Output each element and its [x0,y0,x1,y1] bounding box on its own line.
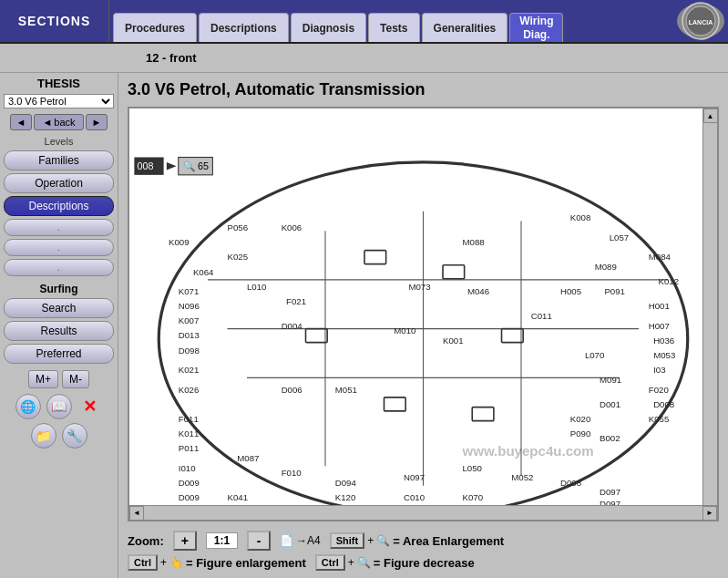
levels-label: Levels [4,136,114,147]
families-btn[interactable]: Families [4,150,114,170]
dot-btn-1[interactable]: . [4,219,114,236]
svg-text:H036: H036 [653,335,674,346]
tab-diagnosis[interactable]: Diagnosis [291,13,366,42]
descriptions-btn[interactable]: Descriptions [4,196,114,216]
lancia-logo: LANCIA [677,4,724,38]
svg-text:K064: K064 [193,267,214,277]
zoom-plus-btn[interactable]: + [173,531,197,551]
a4-control: 📄 →A4 [280,534,321,547]
svg-text:K071: K071 [179,286,200,296]
book-icon-btn[interactable]: 📖 [46,394,72,419]
svg-text:I010: I010 [179,463,196,473]
svg-text:M073: M073 [408,282,430,292]
svg-text:F021: F021 [286,296,306,306]
globe-icon-btn[interactable]: 🌐 [15,394,41,419]
svg-text:H007: H007 [649,321,670,331]
svg-text:F010: F010 [282,468,302,478]
zoom-minus-btn[interactable]: - [247,531,271,551]
svg-text:M084: M084 [649,252,672,262]
close-icon-btn[interactable]: ✕ [77,394,103,419]
svg-text:D013: D013 [179,330,200,340]
svg-text:N096: N096 [179,301,200,311]
svg-text:D001: D001 [600,399,620,409]
svg-text:D094: D094 [335,478,357,488]
svg-text:N097: N097 [404,472,425,482]
scroll-left-btn[interactable]: ◄ [129,506,144,521]
search-btn[interactable]: Search [4,298,114,318]
svg-rect-13 [502,329,524,343]
icon-row2: 📁 🔧 [4,423,114,449]
ctrl-combo-decrease: Ctrl + 🔍 = Figure decrease [315,554,475,571]
svg-text:M091: M091 [600,375,621,385]
diagram-container: K009 P056 K006 K008 L057 M084 K064 K025 … [128,107,719,521]
page-icon: 📄 [280,534,293,547]
svg-text:K021: K021 [179,365,200,375]
vehicle-select[interactable]: 3.0 V6 Petrol [4,94,114,108]
magnify-icon: 🔍 [376,534,390,547]
dot-btn-3[interactable]: . [4,259,114,276]
plus-sign-2: + [160,556,167,569]
scroll-right-btn[interactable]: ► [702,506,717,521]
mem-plus-btn[interactable]: M+ [28,370,58,388]
mem-minus-btn[interactable]: M- [62,370,89,388]
prev-btn[interactable]: ◄ [10,114,33,130]
preferred-btn[interactable]: Preferred [4,344,114,364]
shift-key: Shift [330,532,364,549]
folder-icon-btn[interactable]: 📁 [31,423,56,449]
main-layout: THESIS 3.0 V6 Petrol ◄ ◄back ► Levels Fa… [0,73,728,578]
shift-combo: Shift + 🔍 = Area Enlargement [330,532,504,549]
svg-text:C010: C010 [404,492,425,502]
svg-text:H001: H001 [649,301,670,311]
figure-decrease-label: = Figure decrease [374,556,475,570]
wiring-diagram: K009 P056 K006 K008 L057 M084 K064 K025 … [129,108,717,520]
svg-text:D006: D006 [282,385,302,395]
svg-text:K070: K070 [463,492,484,502]
tab-generalities[interactable]: Generalities [422,13,508,42]
svg-text:L070: L070 [585,350,604,360]
svg-text:M046: M046 [467,286,489,296]
svg-text:L010: L010 [247,282,266,292]
tab-wiring[interactable]: WiringDiag. [509,13,563,42]
next-btn[interactable]: ► [86,114,108,130]
scroll-up-btn[interactable]: ▲ [703,108,718,123]
tool-icon-btn[interactable]: 🔧 [62,423,87,449]
zoom-label: Zoom: [128,534,164,548]
plus-sign-3: + [348,556,354,569]
svg-text:🔍 65: 🔍 65 [183,160,209,172]
horizontal-scrollbar[interactable]: ◄ ► [129,505,717,520]
svg-text:B002: B002 [600,433,620,443]
svg-text:K008: K008 [570,212,591,222]
svg-text:K055: K055 [649,414,670,424]
content-area: 3.0 V6 Petrol, Automatic Transmission [118,73,728,578]
svg-text:D009: D009 [179,478,200,488]
vertical-scrollbar[interactable]: ▲ ▼ [702,108,717,520]
svg-text:P011: P011 [179,443,200,453]
svg-text:K020: K020 [570,414,591,424]
svg-text:P056: P056 [228,222,249,232]
svg-text:P090: P090 [570,428,591,439]
svg-text:M053: M053 [653,350,675,360]
sections-label: SECTIONS [0,0,109,42]
svg-text:D008: D008 [653,399,674,409]
svg-text:008: 008 [138,160,154,171]
svg-text:L057: L057 [610,232,629,243]
figure-enlargement-label: = Figure enlargement [186,556,306,570]
svg-text:F011: F011 [179,414,199,424]
tab-tests[interactable]: Tests [368,13,419,42]
back-btn[interactable]: ◄back [34,114,83,130]
operation-btn[interactable]: Operation [4,173,114,193]
svg-text:K041: K041 [228,492,249,502]
svg-text:K009: K009 [169,237,190,247]
tab-procedures[interactable]: Procedures [113,13,197,42]
plus-sign-1: + [367,534,374,547]
tab-descriptions[interactable]: Descriptions [199,13,289,42]
dot-btn-2[interactable]: . [4,239,114,256]
svg-text:P091: P091 [604,286,625,296]
ctrl-key-2: Ctrl [315,554,345,571]
icon-row: 🌐 📖 ✕ [4,394,114,419]
cursor-icon: 👆 [169,556,183,569]
results-btn[interactable]: Results [4,321,114,341]
nav-tabs: Procedures Descriptions Diagnosis Tests … [109,0,673,42]
svg-text:D098: D098 [179,346,200,356]
svg-text:D004: D004 [282,321,303,331]
